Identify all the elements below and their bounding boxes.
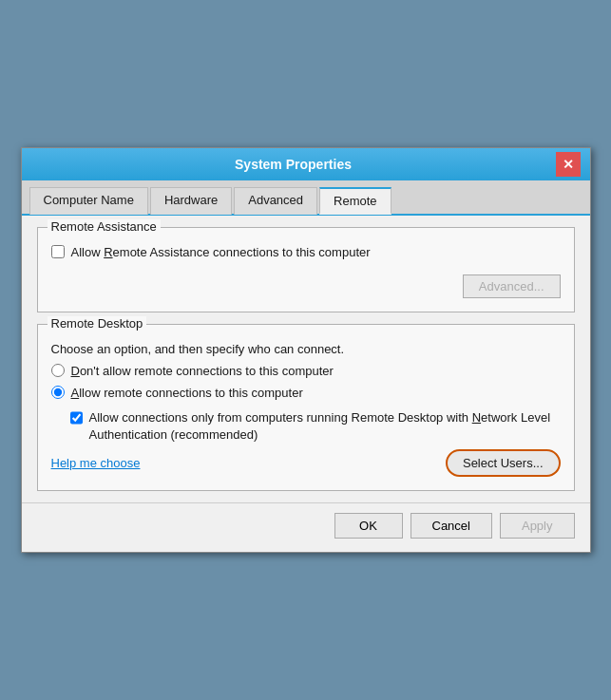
dialog-footer: OK Cancel Apply: [22, 502, 590, 552]
remote-assistance-checkbox-label: Allow Remote Assistance connections to t…: [71, 245, 371, 259]
remote-assistance-row: Allow Remote Assistance connections to t…: [51, 245, 561, 259]
nla-checkbox[interactable]: [70, 411, 83, 425]
title-bar: System Properties ✕: [22, 148, 590, 180]
nla-checkbox-label: Allow connections only from computers ru…: [89, 409, 561, 444]
help-link[interactable]: Help me choose: [51, 456, 141, 470]
close-button[interactable]: ✕: [556, 152, 581, 177]
radio-no-allow[interactable]: [51, 364, 65, 377]
dialog-body: Remote Assistance Allow Remote Assistanc…: [22, 216, 590, 502]
tabs-bar: Computer Name Hardware Advanced Remote: [22, 180, 590, 216]
remote-assistance-group: Remote Assistance Allow Remote Assistanc…: [37, 227, 575, 312]
radio-no-allow-row: Don't allow remote connections to this c…: [51, 364, 561, 378]
remote-desktop-description: Choose an option, and then specify who c…: [51, 342, 561, 356]
advanced-button[interactable]: Advanced...: [463, 274, 561, 298]
dialog-title: System Properties: [31, 157, 556, 172]
radio-allow-label: Allow remote connections to this compute…: [71, 386, 303, 400]
radio-allow[interactable]: [51, 386, 65, 399]
ok-button[interactable]: OK: [334, 513, 403, 539]
remote-desktop-bottom-row: Help me choose Select Users...: [51, 449, 561, 477]
remote-desktop-label: Remote Desktop: [48, 316, 147, 331]
select-users-button[interactable]: Select Users...: [446, 449, 561, 477]
radio-no-allow-label: Don't allow remote connections to this c…: [71, 364, 334, 378]
tab-hardware[interactable]: Hardware: [150, 187, 232, 215]
remote-assistance-label: Remote Assistance: [48, 219, 161, 234]
apply-button[interactable]: Apply: [500, 513, 575, 539]
tab-advanced[interactable]: Advanced: [234, 187, 317, 215]
remote-desktop-group: Remote Desktop Choose an option, and the…: [37, 324, 575, 491]
tab-computer-name[interactable]: Computer Name: [29, 187, 148, 215]
tab-remote[interactable]: Remote: [319, 187, 391, 215]
nla-checkbox-row: Allow connections only from computers ru…: [70, 409, 561, 444]
radio-allow-row: Allow remote connections to this compute…: [51, 386, 561, 400]
cancel-button[interactable]: Cancel: [411, 513, 492, 539]
remote-assistance-checkbox[interactable]: [51, 245, 65, 258]
system-properties-dialog: System Properties ✕ Computer Name Hardwa…: [21, 147, 591, 553]
advanced-btn-row: Advanced...: [51, 274, 561, 298]
